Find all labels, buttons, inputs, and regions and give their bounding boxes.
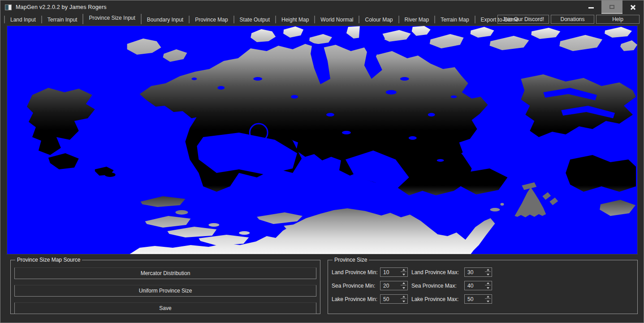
stepper-value[interactable]: 50 — [467, 296, 473, 302]
window-title: MapGen v2.2.0.2 by James Rogers — [16, 4, 107, 10]
map-source-buttons: Mercator DistributionUniform Province Si… — [14, 267, 316, 314]
tab[interactable]: Boundary Input — [141, 13, 189, 26]
stepper-down-button[interactable] — [485, 299, 491, 304]
stepper-down-button[interactable] — [485, 272, 491, 277]
stepper-down-button[interactable] — [401, 272, 406, 277]
close-button[interactable] — [622, 0, 644, 14]
field-label: Sea Province Min: — [332, 283, 376, 289]
map-source-button[interactable]: Mercator Distribution — [14, 267, 316, 279]
numeric-stepper[interactable]: 50 — [380, 294, 408, 304]
group-title: Province Size Map Source — [15, 257, 82, 263]
maximize-icon — [609, 5, 614, 9]
tab[interactable]: Province Size Input — [83, 13, 141, 26]
stepper-up-button[interactable] — [485, 267, 491, 272]
numeric-stepper[interactable]: 30 — [464, 267, 492, 277]
tab[interactable]: Terrain Input — [42, 13, 83, 26]
tab[interactable]: River Map — [399, 13, 435, 26]
stepper-value[interactable]: 50 — [383, 296, 389, 302]
chevron-up-icon — [402, 269, 405, 271]
tab[interactable]: Land Input — [4, 13, 42, 26]
stepper-buttons — [401, 281, 406, 290]
window-controls — [580, 0, 644, 14]
province-size-group: Province Size Land Province Min:10Land P… — [328, 257, 638, 314]
numeric-stepper[interactable]: 20 — [380, 281, 408, 290]
stepper-buttons — [485, 267, 491, 277]
bottom-panels: Province Size Map Source Mercator Distri… — [10, 257, 638, 314]
stepper-buttons — [401, 294, 406, 304]
minimize-button[interactable] — [580, 0, 601, 14]
stepper-up-button[interactable] — [401, 281, 406, 285]
stepper-down-button[interactable] — [401, 286, 406, 290]
chevron-down-icon — [487, 301, 489, 302]
tab-list: Land InputTerrain InputProvince Size Inp… — [4, 13, 524, 26]
field-label: Lake Province Min: — [332, 296, 376, 302]
stepper-up-button[interactable] — [401, 294, 406, 299]
world-map-svg — [7, 26, 637, 254]
map-canvas[interactable] — [7, 26, 638, 254]
field-label: Lake Province Max: — [411, 296, 461, 302]
stepper-value[interactable]: 30 — [467, 269, 473, 276]
province-size-fields: Land Province Min:10Land Province Max:30… — [332, 263, 634, 304]
field-label: Land Province Max: — [411, 269, 461, 276]
chevron-up-icon — [487, 282, 489, 284]
map-source-button[interactable]: Uniform Province Size — [14, 285, 316, 297]
group-title: Province Size — [333, 257, 369, 263]
numeric-stepper[interactable]: 40 — [464, 281, 492, 290]
stepper-value[interactable]: 20 — [383, 283, 389, 289]
stepper-down-button[interactable] — [401, 299, 406, 304]
stepper-up-button[interactable] — [401, 267, 406, 272]
stepper-up-button[interactable] — [485, 294, 491, 299]
chevron-down-icon — [402, 287, 405, 289]
tab[interactable]: Colour Map — [359, 13, 398, 26]
title-bar: MapGen v2.2.0.2 by James Rogers — [1, 1, 643, 13]
action-buttons: Join Our Discord!DonationsHelp — [497, 15, 640, 24]
minimize-icon — [588, 7, 594, 9]
chevron-down-icon — [402, 274, 405, 276]
action-button[interactable]: Help — [596, 15, 640, 24]
field-label: Sea Province Max: — [411, 283, 461, 289]
chevron-up-icon — [402, 296, 405, 297]
chevron-down-icon — [402, 301, 405, 302]
tab[interactable]: State Output — [234, 13, 276, 26]
chevron-up-icon — [487, 269, 489, 271]
tab-bar: Land InputTerrain InputProvince Size Inp… — [1, 13, 643, 26]
chevron-up-icon — [402, 282, 405, 284]
action-button[interactable]: Donations — [551, 15, 594, 24]
tab[interactable]: Height Map — [276, 13, 315, 26]
action-button[interactable]: Join Our Discord! — [497, 15, 549, 24]
app-window: MapGen v2.2.0.2 by James Rogers Land Inp… — [0, 0, 644, 323]
numeric-stepper[interactable]: 10 — [380, 267, 408, 277]
close-icon — [630, 4, 636, 10]
chevron-down-icon — [487, 287, 489, 289]
stepper-value[interactable]: 40 — [467, 283, 473, 289]
stepper-buttons — [485, 281, 491, 290]
stepper-up-button[interactable] — [485, 281, 491, 285]
maximize-button[interactable] — [601, 0, 622, 14]
chevron-up-icon — [487, 296, 489, 297]
tab[interactable]: World Normal — [315, 13, 359, 26]
tab[interactable]: Terrain Map — [435, 13, 475, 26]
stepper-buttons — [401, 267, 406, 277]
stepper-down-button[interactable] — [485, 286, 491, 290]
stepper-value[interactable]: 10 — [383, 269, 389, 276]
numeric-stepper[interactable]: 50 — [464, 294, 492, 304]
tab[interactable]: Province Map — [189, 13, 233, 26]
province-size-map-source-group: Province Size Map Source Mercator Distri… — [10, 257, 320, 314]
stepper-buttons — [485, 294, 491, 304]
chevron-down-icon — [487, 274, 489, 276]
field-label: Land Province Min: — [332, 269, 376, 276]
app-icon — [5, 4, 12, 10]
map-source-button[interactable]: Save — [14, 302, 316, 314]
